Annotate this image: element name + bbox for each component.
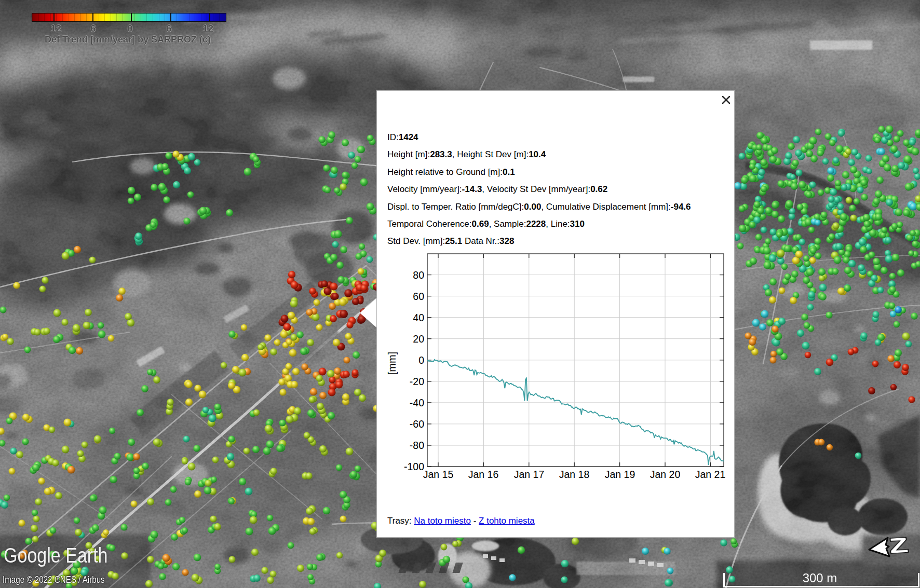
svg-text:Jan 18: Jan 18 [559,469,590,480]
svg-text:60: 60 [413,291,424,302]
svg-text:Jan 19: Jan 19 [605,469,635,480]
svg-text:-80: -80 [410,440,424,451]
svg-text:Jan 17: Jan 17 [514,469,545,480]
svg-text:Jan 16: Jan 16 [468,469,499,480]
svg-text:Jan 15: Jan 15 [423,469,454,480]
svg-text:20: 20 [413,333,424,345]
svg-text:Jan 21: Jan 21 [695,469,726,480]
svg-text:40: 40 [413,312,424,323]
svg-text:Jan 20: Jan 20 [650,469,681,480]
svg-text:-100: -100 [404,461,424,472]
svg-text:[mm]: [mm] [386,352,398,375]
svg-text:Z: Z [888,533,909,558]
svg-text:80: 80 [413,269,424,281]
svg-text:0: 0 [418,354,424,366]
svg-text:-20: -20 [410,376,424,387]
svg-text:-40: -40 [410,397,424,408]
svg-text:-60: -60 [410,418,424,430]
